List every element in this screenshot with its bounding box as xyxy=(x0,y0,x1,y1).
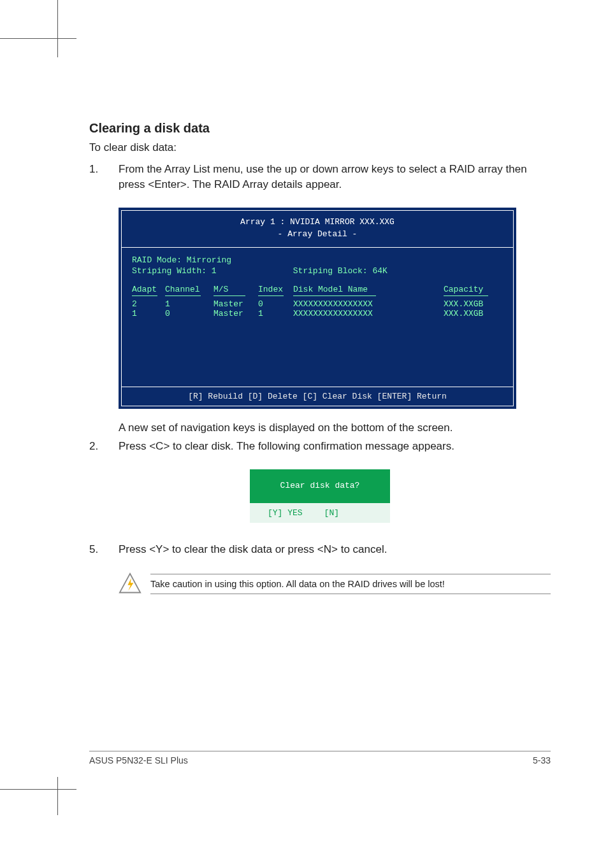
table-header-row: Adapt Channel M/S Index Disk Model Name … xyxy=(132,285,503,294)
col-header-index: Index xyxy=(258,285,293,294)
panel-header: Array 1 : NVIDIA MIRROR XXX.XXG - Array … xyxy=(122,211,513,248)
meta-label: Striping Width: xyxy=(132,266,206,276)
step-list: A new set of navigation keys is displaye… xyxy=(89,420,551,455)
cell-model: XXXXXXXXXXXXXXXX xyxy=(293,309,444,318)
panel-meta-row: Striping Width: 1 Striping Block: 64K xyxy=(132,266,503,276)
crop-mark xyxy=(57,0,58,57)
step-continuation: A new set of navigation keys is displaye… xyxy=(89,420,551,436)
cell-adapt: 2 xyxy=(132,299,165,309)
table-separator xyxy=(132,295,503,297)
cell-ms: Master xyxy=(214,309,258,318)
panel-title-line: Array 1 : NVIDIA MIRROR XXX.XXG xyxy=(122,216,513,229)
step-item: 1. From the Array List menu, use the up … xyxy=(89,162,551,192)
step-number: 1. xyxy=(89,162,119,192)
footer-product: ASUS P5N32-E SLI Plus xyxy=(89,755,188,765)
bios-panel: Array 1 : NVIDIA MIRROR XXX.XXG - Array … xyxy=(119,208,516,409)
cell-model: XXXXXXXXXXXXXXXX xyxy=(293,299,444,309)
cell-capacity: XXX.XXGB xyxy=(444,299,501,309)
meta-label: RAID Mode: xyxy=(132,255,182,265)
dialog-question: Clear disk data? xyxy=(250,469,390,503)
meta-value: 64K xyxy=(373,266,387,276)
lightning-icon xyxy=(119,573,141,595)
bios-panel-inner: Array 1 : NVIDIA MIRROR XXX.XXG - Array … xyxy=(121,210,514,406)
step-number-empty xyxy=(89,420,119,436)
crop-mark xyxy=(57,777,58,815)
panel-footer: [R] Rebuild [D] Delete [C] Clear Disk [E… xyxy=(122,387,513,406)
section-heading: Clearing a disk data xyxy=(89,121,551,136)
meta-label: Striping Block: xyxy=(293,266,368,276)
page: Clearing a disk data To clear disk data:… xyxy=(0,0,608,815)
meta-value: 1 xyxy=(212,266,217,276)
cell-channel: 0 xyxy=(165,309,214,318)
col-header-capacity: Capacity xyxy=(444,285,501,294)
cell-capacity: XXX.XXGB xyxy=(444,309,501,318)
page-footer: ASUS P5N32-E SLI Plus 5-33 xyxy=(89,751,551,765)
dialog-yes: [Y] YES xyxy=(268,508,303,518)
crop-mark xyxy=(0,789,76,790)
table-row: 1 0 Master 1 XXXXXXXXXXXXXXXX XXX.XXGB xyxy=(132,309,503,318)
step-item: 2. Press <C> to clear disk. The followin… xyxy=(89,439,551,454)
intro-text: To clear disk data: xyxy=(89,141,551,155)
footer-page-number: 5-33 xyxy=(533,755,551,765)
warning-note: Take caution in using this option. All d… xyxy=(119,573,551,595)
col-header-channel: Channel xyxy=(165,285,214,294)
cell-channel: 1 xyxy=(165,299,214,309)
table-row: 2 1 Master 0 XXXXXXXXXXXXXXXX XXX.XXGB xyxy=(132,299,503,309)
step-list: 1. From the Array List menu, use the up … xyxy=(89,162,551,192)
cell-ms: Master xyxy=(214,299,258,309)
step-item: 5. Press <Y> to clear the disk data or p… xyxy=(89,542,551,557)
panel-body: RAID Mode: Mirroring Striping Width: 1 S… xyxy=(122,248,513,387)
dialog-no: [N] xyxy=(324,508,339,518)
col-header-ms: M/S xyxy=(214,285,258,294)
panel-title-line: - Array Detail - xyxy=(122,228,513,241)
crop-mark xyxy=(0,38,76,39)
panel-meta-row: RAID Mode: Mirroring xyxy=(132,255,503,265)
step-text: Press <C> to clear disk. The following c… xyxy=(119,439,551,454)
cell-index: 0 xyxy=(258,299,293,309)
svg-marker-1 xyxy=(127,578,133,591)
step-number: 5. xyxy=(89,542,119,557)
note-text: Take caution in using this option. All d… xyxy=(150,574,551,594)
cell-adapt: 1 xyxy=(132,309,165,318)
step-text: A new set of navigation keys is displaye… xyxy=(119,420,551,436)
step-text: From the Array List menu, use the up or … xyxy=(119,162,551,192)
step-number: 2. xyxy=(89,439,119,454)
col-header-model: Disk Model Name xyxy=(293,285,444,294)
step-list: 5. Press <Y> to clear the disk data or p… xyxy=(89,542,551,557)
step-text: Press <Y> to clear the disk data or pres… xyxy=(119,542,551,557)
dialog-options: [Y] YES[N] xyxy=(250,503,390,523)
cell-index: 1 xyxy=(258,309,293,318)
note-text-wrap: Take caution in using this option. All d… xyxy=(150,574,551,594)
col-header-adapt: Adapt xyxy=(132,285,165,294)
meta-value: Mirroring xyxy=(187,255,231,265)
confirm-dialog: Clear disk data? [Y] YES[N] xyxy=(250,469,390,523)
